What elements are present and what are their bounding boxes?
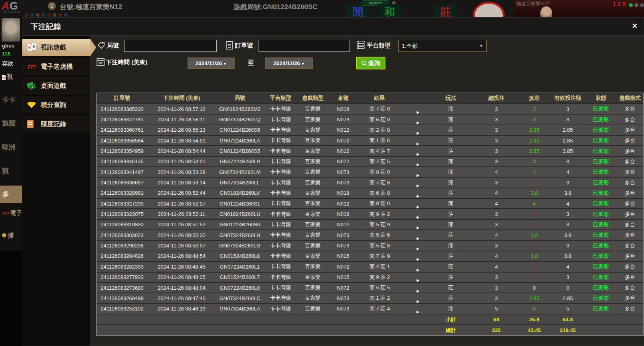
tag-icon <box>97 42 105 49</box>
cell-play-type: 莊 <box>427 148 475 155</box>
cell-bet-time: 2024-11-26 08:48:04 <box>148 285 215 291</box>
sidebar-item-slots[interactable]: 777 電子老虎機 <box>22 58 90 75</box>
cell-platform: 卡卡灣廳 <box>264 221 297 228</box>
cell-valid-bet: 3 <box>551 158 585 164</box>
close-icon[interactable]: × <box>632 21 637 31</box>
cell-game-mode: 多台 <box>617 305 643 312</box>
cell-total-bet: 4 <box>475 169 518 175</box>
cell-status: 已派彩 <box>585 105 617 113</box>
table-row: 241126083346135 2024-11-26 08:54:01 GN07… <box>97 156 643 166</box>
cell-platform: 卡卡灣廳 <box>264 284 297 291</box>
cell-bet-time: 2024-11-26 08:57:12 <box>148 106 215 112</box>
cell-play-type: 閒 <box>427 168 475 176</box>
chevron-down-icon: ▼ <box>301 61 305 66</box>
cell-table-no: N073 <box>329 232 358 238</box>
grand-total-valid-bet: 218.45 <box>551 327 585 333</box>
cell-play-type: 莊 <box>427 263 475 270</box>
cell-valid-bet: 3.8 <box>551 232 585 238</box>
cell-game-type: 百家樂 <box>297 179 329 186</box>
cell-status: 已派彩 <box>585 295 617 302</box>
platform-select[interactable]: 1.全部 ▼ <box>398 40 487 52</box>
calendar-icon <box>97 57 105 66</box>
sidebar-item-table-games[interactable]: 8 桌面遊戲 <box>22 77 90 95</box>
cell-game-type: 百家樂 <box>297 168 329 176</box>
grand-total-label: 總計 <box>427 327 475 334</box>
cell-total-bet: 3 <box>475 285 518 291</box>
cell-round-id: GN07324B260LC <box>215 295 264 301</box>
sidebar-item-video-games[interactable]: K9 視訊遊戲 <box>22 39 90 56</box>
cell-play-type: 莊 <box>427 253 475 260</box>
cell-table-no: N012 <box>329 201 358 207</box>
cell-game-type: 百家樂 <box>297 127 329 134</box>
cell-game-mode: 多台 <box>617 137 643 144</box>
table-row: 241126083356564 2024-11-26 08:54:51 GN07… <box>97 135 643 145</box>
table-row: 241126083303023 2024-11-26 08:50:30 GN07… <box>97 229 643 240</box>
username-label: gbus <box>2 43 14 49</box>
video-table-title: 極速百家樂N12 <box>516 0 549 7</box>
cell-valid-bet: 3 <box>551 243 585 249</box>
cell-platform: 卡卡灣廳 <box>264 295 297 302</box>
cell-status: 已派彩 <box>585 158 617 165</box>
round-input[interactable] <box>124 40 217 52</box>
cell-status: 已派彩 <box>585 168 617 176</box>
cell-order-id: 241126083336697 <box>97 180 148 186</box>
cell-payout: 3 <box>518 106 551 112</box>
modal-body: K9 視訊遊戲 777 電子老虎機 8 桌面遊戲 積分查詢 額度記錄 <box>22 36 644 346</box>
left-nav-rail: gbus 116. 存款 K視 卡卡 旗艦 歐洲 競 多 777電子 捕 <box>0 17 22 251</box>
cell-game-type: 百家樂 <box>297 305 329 312</box>
cell-bet-time: 2024-11-26 08:54:01 <box>148 158 215 164</box>
cell-payout: -3 <box>518 243 551 249</box>
cell-round-id: GN07224B260L9 <box>215 158 264 164</box>
cell-platform: 卡卡灣廳 <box>264 179 297 186</box>
grand-total-payout: 42.45 <box>518 327 551 333</box>
cell-payout: 2.85 <box>518 138 551 144</box>
cell-play-type: 閒 <box>427 158 475 165</box>
cell-table-no: N012 <box>329 221 358 227</box>
cell-game-type: 百家樂 <box>297 148 329 155</box>
modal-title: 下注記錄 <box>31 22 61 32</box>
cell-status: 已派彩 <box>585 231 617 239</box>
slot-777-icon: 777 <box>27 64 41 70</box>
date-from-select[interactable]: 2024/11/26▼ <box>188 57 235 69</box>
cell-result: 閒 6 莊 8 <box>358 190 401 197</box>
cell-table-no: N073 <box>329 295 358 301</box>
cell-status: 已派彩 <box>585 274 617 281</box>
roadmap-dots <box>25 13 67 17</box>
order-input[interactable] <box>259 40 350 52</box>
sidebar-item-credit-records[interactable]: 額度記錄 <box>22 115 90 133</box>
cell-bet-time: 2024-11-26 08:52:11 <box>148 211 215 217</box>
cell-round-id: GN07224B260LA <box>215 138 264 144</box>
date-range-to-label: 至 <box>248 59 254 67</box>
cell-result: 閒 7 莊 4 <box>358 305 401 312</box>
cell-valid-bet: 2.85 <box>551 148 585 154</box>
cell-play-type: 閒 <box>427 305 475 312</box>
cell-status: 已派彩 <box>585 116 617 123</box>
game-round-label: 遊戲局號:GN01224B260SC <box>233 2 318 12</box>
cell-status: 已派彩 <box>585 221 617 228</box>
cell-round-id: GN07224B260L0 <box>215 285 264 291</box>
cell-play-type: 莊 <box>427 137 475 144</box>
cell-game-type: 百家樂 <box>297 295 329 302</box>
deposit-label: 存款 <box>2 60 13 67</box>
bet-time-filter-label: 下注時間 (美東) <box>106 59 147 66</box>
sidebar-item-label: 積分查詢 <box>41 101 66 109</box>
cell-bet-time: 2024-11-26 08:46:19 <box>148 306 215 312</box>
grand-total-total-bet: 225 <box>475 327 518 333</box>
date-to-select[interactable]: 2024/11/26▼ <box>265 57 313 69</box>
online-dot <box>629 3 633 7</box>
cell-table-no: N073 <box>329 169 358 175</box>
table-row: 241126083253102 2024-11-26 08:46:19 GN07… <box>97 303 643 314</box>
date-to-value: 2024/11/26 <box>273 60 300 66</box>
clipboard-icon <box>226 41 233 49</box>
table-row: 241126083354959 2024-11-26 08:54:44 GN01… <box>97 145 643 156</box>
table-row: 241126083329991 2024-11-26 08:52:44 GN01… <box>97 188 643 198</box>
cell-valid-bet: 3 <box>551 274 585 280</box>
search-button[interactable]: 查詢 <box>356 57 385 69</box>
sidebar-item-points-query[interactable]: 積分查詢 <box>22 96 90 114</box>
cell-valid-bet: 0 <box>551 285 585 291</box>
cell-bet-time: 2024-11-26 08:53:38 <box>148 169 215 175</box>
cell-total-bet: 4 <box>475 264 518 270</box>
cell-table-no: N072 <box>329 285 358 291</box>
cell-game-type: 百家樂 <box>297 105 329 113</box>
cell-platform: 卡卡灣廳 <box>264 253 297 260</box>
